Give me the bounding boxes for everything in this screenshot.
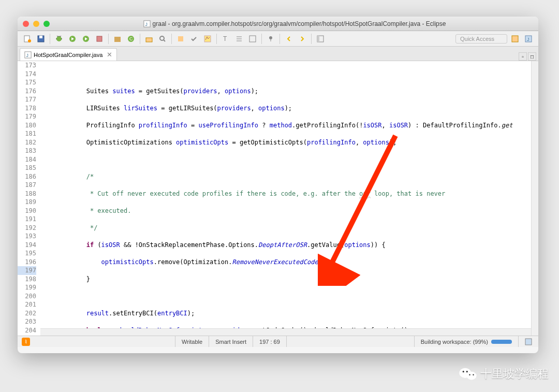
svg-text:J: J — [527, 37, 529, 42]
close-window-button[interactable] — [23, 21, 29, 27]
open-perspective-button[interactable] — [509, 33, 521, 45]
list-button[interactable] — [233, 33, 245, 45]
titlebar: J graal - org.graalvm.compiler.hotspot/s… — [18, 17, 538, 31]
svg-rect-28 — [525, 339, 532, 345]
highlight-button[interactable] — [202, 33, 213, 45]
pin-button[interactable] — [265, 33, 276, 45]
svg-point-33 — [469, 374, 470, 375]
svg-point-6 — [56, 36, 62, 41]
minimize-window-button[interactable] — [33, 21, 39, 27]
svg-rect-18 — [249, 36, 256, 42]
svg-point-30 — [466, 372, 476, 380]
svg-rect-15 — [178, 36, 183, 41]
code-content[interactable]: Suites suites = getSuites(providers, opt… — [40, 61, 538, 336]
editor-tab-active[interactable]: J HotSpotGraalCompiler.java ✕ — [20, 48, 117, 61]
status-insert-mode: Smart Insert — [209, 336, 253, 347]
status-cursor-position: 197 : 69 — [253, 336, 286, 347]
wechat-icon — [459, 367, 477, 381]
annotation-button[interactable] — [188, 33, 200, 45]
svg-rect-9 — [97, 36, 102, 41]
new-package-button[interactable] — [112, 33, 123, 45]
svg-text:J: J — [145, 21, 147, 26]
watermark-text: 十里坡学编程 — [480, 366, 549, 382]
svg-rect-13 — [146, 38, 152, 42]
forward-button[interactable] — [297, 33, 308, 45]
svg-rect-10 — [114, 37, 121, 42]
rss-icon[interactable]: ⌇ — [22, 338, 30, 346]
svg-rect-5 — [39, 36, 42, 38]
status-writable: Writable — [175, 336, 209, 347]
watermark: 十里坡学编程 — [459, 366, 549, 382]
svg-rect-22 — [512, 36, 518, 42]
eclipse-window: J graal - org.graalvm.compiler.hotspot/s… — [18, 17, 538, 353]
coverage-button[interactable] — [80, 33, 92, 45]
quick-access-input[interactable]: Quick Access — [455, 34, 507, 43]
java-perspective-button[interactable]: J — [523, 33, 534, 45]
maximize-view-button[interactable]: □ — [528, 52, 536, 61]
traffic-lights — [23, 21, 50, 27]
svg-point-3 — [28, 39, 31, 42]
svg-point-32 — [466, 371, 468, 372]
window-title: J graal - org.graalvm.compiler.hotspot/s… — [56, 20, 533, 27]
vertical-scrollbar[interactable] — [531, 61, 538, 336]
tab-label: HotSpotGraalCompiler.java — [34, 52, 102, 58]
perspective-button[interactable] — [315, 33, 326, 45]
svg-text:T: T — [223, 35, 227, 42]
java-file-icon: J — [24, 51, 32, 59]
status-bar: ⌇ Writable Smart Insert 197 : 69 Buildin… — [18, 336, 538, 347]
open-type-button[interactable] — [143, 33, 155, 45]
svg-rect-21 — [317, 36, 319, 42]
status-build: Building workspace: (99%) — [414, 336, 518, 347]
svg-point-14 — [160, 36, 164, 40]
back-button[interactable] — [283, 33, 295, 45]
text-button[interactable]: T — [220, 33, 231, 45]
search-button[interactable] — [157, 33, 168, 45]
toggle-mark-button[interactable] — [175, 33, 186, 45]
debug-button[interactable] — [53, 33, 65, 45]
svg-text:J: J — [26, 52, 28, 57]
svg-point-19 — [269, 36, 272, 39]
tab-close-button[interactable]: ✕ — [107, 51, 112, 59]
main-toolbar: C T Quick Access J — [18, 31, 538, 47]
svg-point-34 — [473, 374, 474, 375]
editor-tabs: J HotSpotGraalCompiler.java ✕ ▫ □ — [18, 47, 538, 61]
save-button[interactable] — [35, 33, 47, 45]
progress-bar — [491, 340, 512, 344]
horizontal-scrollbar[interactable] — [40, 328, 531, 336]
line-number-gutter: 1731741751761771781791801811821831841851… — [18, 61, 40, 336]
code-editor[interactable]: 1731741751761771781791801811821831841851… — [18, 61, 538, 336]
outline-button[interactable] — [247, 33, 258, 45]
java-file-icon: J — [143, 20, 151, 27]
svg-rect-16 — [204, 36, 211, 42]
status-icon[interactable] — [518, 336, 538, 347]
new-button[interactable] — [22, 33, 33, 45]
svg-text:C: C — [129, 36, 133, 41]
minimize-view-button[interactable]: ▫ — [519, 52, 527, 61]
run-button[interactable] — [67, 33, 78, 45]
svg-point-31 — [463, 371, 464, 372]
ext-tools-button[interactable] — [94, 33, 105, 45]
maximize-window-button[interactable] — [43, 21, 50, 27]
new-class-button[interactable]: C — [125, 33, 137, 45]
window-title-text: graal - org.graalvm.compiler.hotspot/src… — [153, 20, 446, 27]
